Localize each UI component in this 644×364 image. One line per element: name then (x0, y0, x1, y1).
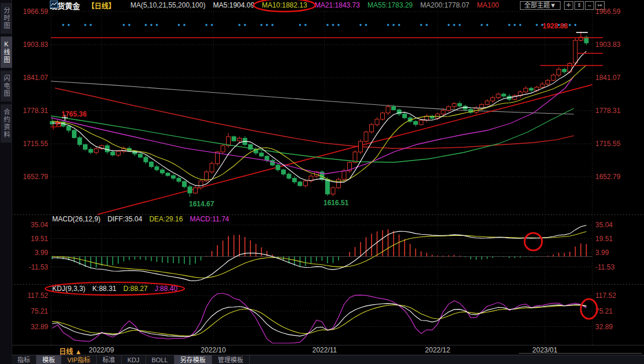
bottom-tab-4[interactable]: KDJ (122, 355, 146, 364)
axis-tick-right: 75.21 (595, 307, 613, 315)
kdj-d-value: D:88.27 (123, 285, 148, 293)
fit-vertical-icon[interactable]: ⇕ (574, 1, 584, 10)
axis-tick-left: 19.51 (12, 235, 48, 243)
legend-ma10: MA10:1882.13 (262, 1, 307, 9)
sidebar-item-1[interactable]: K线图 (1, 37, 12, 68)
axis-tick-left: 1903.83 (12, 41, 48, 49)
axis-tick-left: 1652.79 (12, 173, 48, 181)
bottom-tab-2[interactable]: VIP指标 (61, 355, 97, 364)
price-annotation: 1614.67 (189, 200, 214, 208)
chart-canvas[interactable] (0, 0, 644, 364)
axis-tick-right: 35.04 (595, 221, 613, 229)
axis-tick-right: -11.53 (595, 263, 614, 271)
bottom-tab-7[interactable]: 管理模板 (212, 355, 250, 364)
bottom-tab-6[interactable]: 另存模板 (174, 355, 212, 364)
price-annotation: 1616.51 (323, 199, 348, 207)
axis-tick-left: 75.21 (12, 307, 48, 315)
bottom-tab-0[interactable]: 指标 (12, 355, 37, 364)
axis-tick-left: 32.89 (12, 323, 48, 331)
axis-tick-left: 35.04 (12, 221, 48, 229)
trading-app: { "app": { "title": "现货黄金", "period_tag"… (0, 0, 644, 364)
sidebar-item-2[interactable]: 闪电图 (1, 71, 12, 101)
axis-tick-right: 32.89 (595, 323, 613, 331)
macd-macd-value: MACD:11.74 (190, 215, 229, 223)
axis-tick-left: 117.52 (12, 292, 48, 300)
legend-ma100: MA100 (477, 1, 499, 9)
sidebar: 分时图K线图闪电图合约资料 (0, 0, 12, 364)
period-tag: 【日线】 (88, 1, 115, 10)
x-axis-label: 2022/11 (301, 346, 348, 354)
axis-tick-right: 1903.83 (595, 41, 620, 49)
macd-header: MACD(26,12,9) DIFF:35.04 DEA:29.16 MACD:… (52, 215, 229, 223)
kdj-k-value: K:88.31 (92, 285, 116, 293)
axis-tick-right: 1652.79 (595, 173, 620, 181)
axis-tick-left: 3.99 (12, 249, 48, 257)
axis-tick-right: 1715.55 (595, 140, 620, 148)
macd-diff-value: DIFF:35.04 (107, 215, 142, 223)
macd-params-label: MACD(26,12,9) (52, 215, 100, 223)
fit-horizontal-icon[interactable]: ⇔ (585, 1, 594, 10)
chart-legend: 现货黄金 【日线】 MA(5,10,21,55,200,100) MA5:190… (50, 1, 499, 10)
axis-tick-left: 1841.07 (12, 74, 48, 82)
macd-dea-value: DEA:29.16 (149, 215, 183, 223)
bottom-tab-3[interactable]: 标准 (97, 355, 122, 364)
ma-group-label: MA(5,10,21,55,200,100) (130, 1, 205, 9)
kdj-j-value: J:88.40 (155, 285, 177, 293)
bottom-tab-bar: 指标模板VIP指标标准KDJBOLL另存模板管理模板 (12, 355, 644, 364)
x-axis-label: 2022/10 (190, 346, 237, 354)
axis-tick-right: 19.51 (595, 235, 613, 243)
sidebar-item-3[interactable]: 合约资料 (1, 104, 12, 143)
x-axis-label: 2022/09 (78, 346, 125, 354)
kdj-params-label: KDJ(9,3,3) (52, 285, 85, 293)
legend-ma21: MA21:1843.73 (315, 1, 360, 9)
theme-select-button[interactable]: 全部主题▼ (520, 1, 561, 10)
axis-tick-left: -11.53 (12, 263, 48, 271)
legend-ma55: MA55:1783.29 (368, 1, 413, 9)
price-annotation: 1928.88 (543, 22, 567, 30)
axis-tick-right: 1966.59 (595, 8, 620, 16)
axis-tick-right: 3.99 (595, 249, 609, 257)
axis-tick-right: 117.52 (595, 292, 616, 300)
sidebar-item-0[interactable]: 分时图 (1, 3, 12, 34)
legend-ma5: MA5:1904.09 (213, 1, 254, 9)
bottom-tab-1[interactable]: 模板 (37, 355, 61, 364)
axis-tick-right: 1841.07 (595, 74, 620, 82)
axis-tick-right: 1778.31 (595, 107, 620, 115)
kdj-header: KDJ(9,3,3) K:88.31 D:88.27 J:88.40 (52, 285, 177, 293)
legend-ma200: MA200:1778.07 (420, 1, 470, 9)
x-axis-label: 2022/12 (414, 346, 461, 354)
bottom-tab-5[interactable]: BOLL (146, 355, 174, 364)
price-annotation: 1765.36 (61, 110, 86, 118)
x-axis-label: 2023/01 (522, 346, 568, 354)
axis-tick-left: 1778.31 (12, 107, 48, 115)
axis-tick-left: 1966.59 (12, 8, 48, 16)
crosshair-move-icon[interactable]: ✛ (564, 1, 573, 10)
axis-tick-left: 1715.55 (12, 140, 48, 148)
